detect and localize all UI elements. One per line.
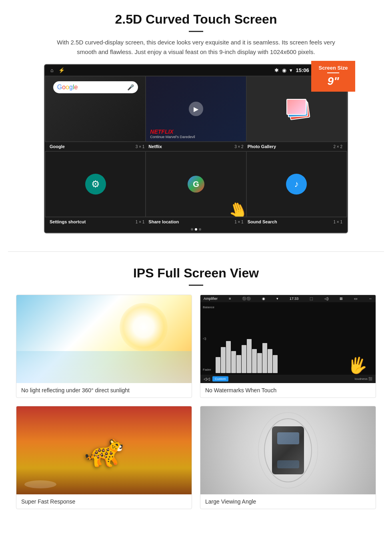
- cheetah-icon: 🐆: [84, 432, 124, 469]
- title-divider-2: [189, 285, 203, 286]
- app-label-settings: Settings shortcut 1 × 1: [48, 219, 146, 224]
- app-label-google: Google 3 × 1: [48, 144, 146, 149]
- amp-hand-icon: 🖐: [346, 355, 369, 377]
- usb-icon: ⚡: [58, 67, 65, 73]
- gallery-label: Photo Gallery: [248, 144, 276, 149]
- eq-bar-4: [231, 351, 236, 373]
- feature-card-sunlight: No light reflecting under 360° direct su…: [16, 295, 192, 398]
- amplifier-image: Amplifier ≡ ⚫⚫ ◉ ▾ 17:33 ⬚ ◁) ⊠ ▭ ← Bala…: [200, 295, 376, 383]
- eq-bar-8: [252, 349, 257, 373]
- sound-search-icon: ♪: [286, 174, 307, 195]
- dot-3: [199, 228, 201, 231]
- sunlight-image: [16, 295, 192, 383]
- screen-size-badge: Screen Size 9": [311, 61, 355, 92]
- bluetooth-icon: ✱: [274, 67, 279, 73]
- amp-footer: ◁◁ Custom loudness ⬛: [200, 375, 376, 383]
- amp-time: 17:33: [290, 297, 299, 301]
- ips-section: IPS Full Screen View No light reflecting…: [0, 262, 392, 521]
- app-grid-row2: ⚙ G 🤚: [45, 151, 347, 217]
- section1-title: 2.5D Curved Touch Screen: [24, 12, 368, 27]
- google-logo: Google: [57, 84, 78, 91]
- hand-icon: 🤚: [225, 198, 246, 217]
- curved-screen-section: 2.5D Curved Touch Screen With 2.5D curve…: [0, 0, 392, 241]
- netflix-label: Netflix: [148, 144, 162, 149]
- photo-card-1: [286, 99, 306, 115]
- settings-icon: ⚙: [85, 174, 106, 195]
- badge-title: Screen Size: [317, 65, 350, 71]
- app-label-sound: Sound Search 1 × 1: [246, 219, 344, 224]
- status-bar: ⌂ ⚡ ✱ ◉ ▾ 15:06 ⬚ ◁) ⊠ ▭: [45, 65, 347, 76]
- amp-balance-label: Balance: [203, 305, 214, 309]
- eq-bar-1: [216, 357, 220, 373]
- amp-header: Amplifier ≡ ⚫⚫ ◉ ▾ 17:33 ⬚ ◁) ⊠ ▭ ←: [200, 295, 376, 302]
- app-cell-settings[interactable]: ⚙: [46, 152, 145, 217]
- netflix-size: 3 × 2: [234, 145, 244, 149]
- car-image: [200, 406, 376, 494]
- title-divider-1: [189, 31, 203, 32]
- screen-mockup-wrapper: Screen Size 9" ⌂ ⚡ ✱ ◉ ▾ 15:06 ⬚: [44, 64, 348, 233]
- car-rear-window: [277, 460, 299, 468]
- mic-icon: 🎤: [127, 84, 134, 90]
- amp-equalizer: Balance ◁) Fader: [200, 302, 376, 375]
- maps-icon: G: [188, 176, 204, 193]
- amp-toggle-switch[interactable]: ⬛: [368, 377, 372, 381]
- section2-title: IPS Full Screen View: [16, 266, 376, 281]
- eq-bar-10: [262, 343, 267, 373]
- phone-screen: ⌂ ⚡ ✱ ◉ ▾ 15:06 ⬚ ◁) ⊠ ▭: [44, 64, 348, 233]
- feature-grid: No light reflecting under 360° direct su…: [16, 295, 376, 509]
- wifi-icon: ▾: [290, 67, 292, 73]
- screen-section-wrapper: Screen Size 9" ⌂ ⚡ ✱ ◉ ▾ 15:06 ⬚: [24, 64, 368, 233]
- cheetah-image: 🐆: [16, 406, 192, 494]
- pagination-dots: [45, 226, 347, 233]
- amp-fader-label: Fader: [203, 368, 214, 371]
- google-label: Google: [50, 144, 65, 149]
- google-search-bar[interactable]: Google 🎤: [53, 81, 138, 93]
- netflix-subtitle: Continue Marvel's Daredevil: [150, 135, 195, 139]
- netflix-play-button[interactable]: ▶: [189, 102, 203, 116]
- badge-divider: [327, 72, 339, 73]
- app-label-gallery: Photo Gallery 2 × 2: [246, 144, 344, 149]
- feature-card-cheetah: 🐆 Super Fast Response: [16, 406, 192, 509]
- status-time: 15:06: [296, 67, 309, 73]
- google-size: 3 × 1: [136, 145, 145, 149]
- share-label: Share location: [148, 219, 179, 224]
- netflix-logo: NETFLIX: [150, 128, 173, 135]
- share-size: 1 × 1: [234, 220, 244, 224]
- section1-description: With 2.5D curved-display screen, this de…: [56, 38, 336, 57]
- eq-bar-12: [273, 355, 278, 373]
- app-cell-netflix[interactable]: ▶ NETFLIX Continue Marvel's Daredevil: [146, 76, 246, 141]
- dust-cloud: [24, 480, 56, 488]
- sky-gradient: [16, 351, 192, 383]
- app-label-share: Share location 1 × 1: [147, 219, 245, 224]
- sound-size: 1 × 1: [333, 220, 342, 224]
- sound-label: Sound Search: [248, 219, 277, 224]
- amp-custom-btn[interactable]: Custom: [212, 376, 228, 381]
- cheetah-caption: Super Fast Response: [16, 494, 192, 509]
- amp-title: Amplifier: [204, 297, 218, 301]
- location-icon: ◉: [282, 67, 286, 73]
- app-cell-google[interactable]: Google 🎤: [46, 76, 145, 141]
- settings-size: 1 × 1: [136, 220, 145, 224]
- eq-bar-9: [257, 353, 262, 373]
- amp-loudness-label: loudness: [355, 377, 368, 381]
- app-label-row2: Settings shortcut 1 × 1 Share location 1…: [45, 217, 347, 226]
- eq-bar-5: [236, 355, 241, 373]
- eq-bar-3: [226, 341, 231, 373]
- sunlight-caption: No light reflecting under 360° direct su…: [16, 383, 192, 397]
- home-icon: ⌂: [50, 67, 54, 73]
- settings-label: Settings shortcut: [50, 219, 86, 224]
- amp-volume-label: ◁): [203, 337, 214, 340]
- eq-bar-7: [247, 339, 252, 373]
- eq-bar-11: [268, 349, 272, 373]
- car-body: [272, 426, 304, 474]
- amp-nav-back[interactable]: ◁◁: [204, 377, 210, 381]
- eq-bar-6: [242, 345, 246, 373]
- amp-loudness-toggle[interactable]: loudness ⬛: [355, 377, 372, 381]
- feature-card-car: Large Viewing Angle: [200, 406, 376, 509]
- gallery-size: 2 × 2: [333, 145, 342, 149]
- dot-2: [195, 228, 197, 231]
- app-label-row1: Google 3 × 1 Netflix 3 × 2 Photo Gallery…: [45, 142, 347, 151]
- main-divider: [8, 251, 384, 252]
- app-cell-sound[interactable]: ♪: [247, 152, 346, 217]
- app-cell-share[interactable]: G 🤚: [146, 152, 246, 217]
